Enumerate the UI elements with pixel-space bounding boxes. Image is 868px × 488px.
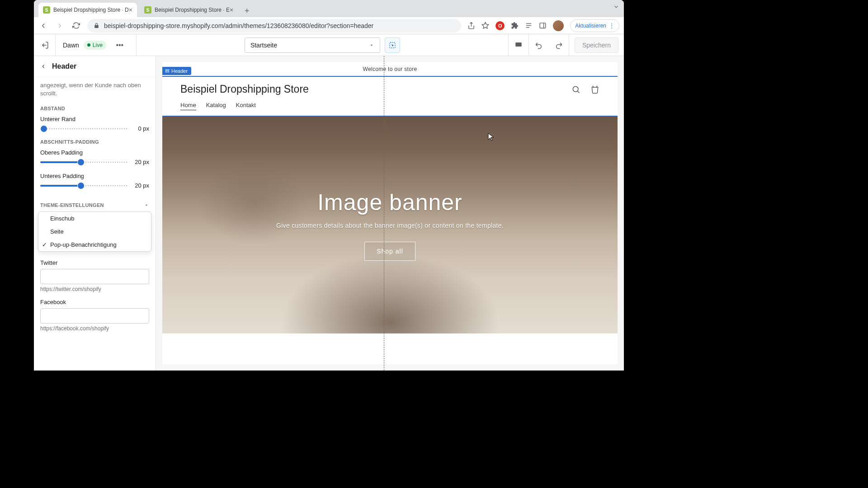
- cart-type-dropdown-menu: Einschub Seite Pop-up-Benachrichtigung: [38, 211, 151, 252]
- exit-editor-button[interactable]: [34, 34, 56, 56]
- bottom-padding-slider[interactable]: [40, 183, 128, 189]
- lock-icon: [94, 23, 99, 28]
- update-label: Aktualisieren: [575, 23, 606, 29]
- bottom-padding-value: 20 px: [133, 182, 149, 189]
- svg-rect-9: [165, 71, 169, 72]
- top-padding-label: Oberes Padding: [40, 149, 149, 156]
- spacing-section-label: ABSTAND: [40, 106, 149, 111]
- undo-button[interactable]: [529, 34, 549, 56]
- image-banner[interactable]: Image banner Give customers details abou…: [162, 117, 618, 333]
- svg-marker-0: [482, 22, 489, 28]
- section-icon: [165, 69, 170, 73]
- bottom-padding-label: Unteres Padding: [40, 173, 149, 179]
- shopify-favicon-icon: S: [144, 6, 151, 14]
- profile-avatar[interactable]: [553, 20, 564, 31]
- tab-title: Beispiel Dropshipping Store · E: [155, 7, 230, 13]
- url-field[interactable]: beispiel-dropshipping-store.myshopify.co…: [87, 19, 461, 33]
- new-tab-button[interactable]: +: [241, 5, 253, 17]
- forward-button[interactable]: [55, 21, 65, 31]
- store-preview[interactable]: Welcome to our store Header Beispiel Dro…: [162, 62, 618, 364]
- live-dot-icon: [87, 43, 90, 47]
- theme-section-label: THEME-EINSTELLUNGEN: [40, 202, 104, 208]
- nav-link-home[interactable]: Home: [180, 102, 196, 110]
- theme-more-button[interactable]: •••: [111, 34, 129, 56]
- page-selector-value: Startseite: [250, 42, 277, 49]
- dropdown-option-popup[interactable]: Pop-up-Benachrichtigung: [38, 238, 151, 251]
- banner-title: Image banner: [317, 189, 462, 216]
- url-text: beispiel-dropshipping-store.myshopify.co…: [104, 22, 373, 29]
- top-padding-value: 20 px: [133, 159, 149, 165]
- save-button[interactable]: Speichern: [575, 38, 618, 53]
- browser-tab-inactive[interactable]: S Beispiel Dropshipping Store · E ×: [140, 3, 238, 17]
- header-section[interactable]: Header Beispiel Dropshipping Store Home …: [162, 76, 618, 117]
- live-label: Live: [93, 42, 103, 48]
- editor-topbar: Dawn Live ••• Startseite: [34, 34, 624, 56]
- extensions-icon[interactable]: [511, 22, 519, 29]
- adblock-icon[interactable]: O: [495, 21, 505, 30]
- sidebar-title: Header: [52, 62, 76, 70]
- dropdown-option-einschub[interactable]: Einschub: [38, 212, 151, 225]
- inspector-button[interactable]: [385, 38, 400, 53]
- browser-update-button[interactable]: Aktualisieren: [570, 19, 619, 32]
- share-icon[interactable]: [467, 22, 475, 29]
- svg-rect-4: [540, 23, 546, 28]
- nav-link-kontakt[interactable]: Kontakt: [236, 102, 256, 110]
- close-icon[interactable]: ×: [129, 6, 132, 14]
- back-icon[interactable]: [40, 63, 47, 70]
- reading-list-icon[interactable]: [525, 22, 533, 29]
- nav-link-katalog[interactable]: Katalog: [206, 102, 226, 110]
- helper-text: angezeigt, wenn der Kunde nach oben scro…: [40, 81, 149, 98]
- shopify-favicon-icon: S: [43, 6, 50, 14]
- padding-section-label: ABSCHNITTS-PADDING: [40, 139, 149, 145]
- bottom-margin-slider[interactable]: [40, 126, 128, 132]
- facebook-label: Facebook: [40, 299, 149, 305]
- facebook-hint: https://facebook.com/shopify: [40, 325, 149, 332]
- banner-button[interactable]: Shop all: [364, 242, 415, 261]
- top-padding-slider[interactable]: [40, 159, 128, 165]
- star-icon[interactable]: [481, 22, 489, 29]
- close-icon[interactable]: ×: [230, 6, 233, 14]
- svg-point-10: [573, 86, 578, 92]
- bottom-margin-value: 0 px: [133, 125, 149, 132]
- banner-subtitle: Give customers details about the banner …: [276, 222, 504, 229]
- svg-rect-8: [165, 70, 169, 70]
- caret-down-icon: [144, 202, 149, 208]
- live-badge: Live: [84, 41, 106, 50]
- section-tag: Header: [162, 67, 191, 75]
- theme-name: Dawn: [63, 42, 79, 49]
- bottom-margin-label: Unterer Rand: [40, 116, 149, 122]
- twitter-hint: https://twitter.com/shopify: [40, 286, 149, 292]
- svg-line-11: [577, 91, 579, 93]
- twitter-input[interactable]: [40, 269, 149, 284]
- tab-title: Beispiel Dropshipping Store · D: [53, 7, 129, 13]
- section-tag-label: Header: [171, 68, 188, 74]
- cart-icon[interactable]: [590, 85, 599, 94]
- search-icon[interactable]: [571, 85, 580, 94]
- settings-sidebar: Header angezeigt, wenn der Kunde nach ob…: [34, 56, 156, 371]
- desktop-view-button[interactable]: [509, 34, 528, 56]
- svg-rect-7: [515, 42, 522, 47]
- store-name[interactable]: Beispiel Dropshipping Store: [180, 83, 599, 95]
- facebook-input[interactable]: [40, 308, 149, 324]
- address-bar: beispiel-dropshipping-store.myshopify.co…: [34, 17, 624, 34]
- announcement-bar[interactable]: Welcome to our store: [162, 62, 618, 76]
- preview-canvas: Welcome to our store Header Beispiel Dro…: [156, 56, 624, 371]
- browser-tab-strip: S Beispiel Dropshipping Store · D × S Be…: [34, 0, 624, 17]
- sidepanel-icon[interactable]: [539, 22, 547, 29]
- chevron-down-icon: [369, 42, 374, 48]
- back-button[interactable]: [38, 21, 48, 31]
- twitter-label: Twitter: [40, 259, 149, 266]
- reload-button[interactable]: [71, 21, 81, 31]
- redo-button[interactable]: [549, 34, 569, 56]
- dropdown-option-seite[interactable]: Seite: [38, 225, 151, 238]
- tabs-expand-icon[interactable]: [613, 4, 619, 10]
- page-selector[interactable]: Startseite: [245, 38, 380, 53]
- browser-tab-active[interactable]: S Beispiel Dropshipping Store · D ×: [38, 3, 137, 17]
